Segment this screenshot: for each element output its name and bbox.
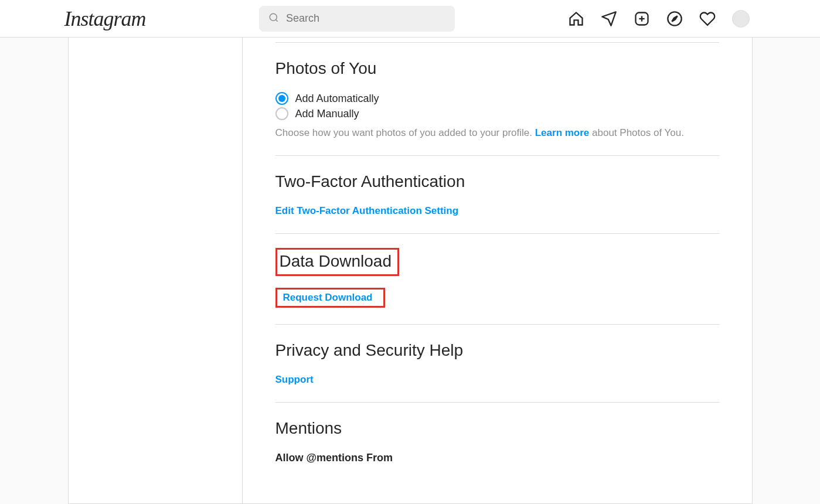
nav-icons (568, 10, 785, 28)
section-mentions: Mentions Allow @mentions From (275, 403, 719, 481)
mentions-subheading: Allow @mentions From (275, 452, 719, 464)
new-post-icon[interactable] (634, 11, 650, 27)
home-icon[interactable] (568, 11, 584, 27)
settings-container: Photos of You Add Automatically Add Manu… (68, 38, 753, 504)
radio-icon (275, 92, 288, 105)
search-box[interactable] (259, 6, 455, 32)
settings-content: Photos of You Add Automatically Add Manu… (243, 38, 752, 503)
instagram-logo[interactable]: Instagram (35, 6, 146, 31)
section-privacy-help: Privacy and Security Help Support (275, 325, 719, 403)
radio-label: Add Automatically (295, 93, 379, 105)
help-text: Choose how you want photos of you added … (275, 127, 719, 139)
edit-2fa-link[interactable]: Edit Two-Factor Authentication Setting (275, 205, 459, 216)
learn-more-link[interactable]: Learn more (535, 127, 590, 138)
section-title: Privacy and Security Help (275, 341, 719, 360)
section-data-download: Data Download Request Download (275, 234, 719, 325)
explore-icon[interactable] (666, 11, 683, 27)
request-download-link[interactable]: Request Download (283, 292, 373, 303)
search-icon (268, 12, 279, 25)
section-title: Two-Factor Authentication (275, 172, 719, 191)
svg-marker-6 (672, 16, 678, 21)
radio-icon (275, 107, 288, 120)
svg-point-0 (270, 13, 277, 21)
svg-line-1 (276, 19, 278, 21)
section-two-factor: Two-Factor Authentication Edit Two-Facto… (275, 156, 719, 234)
search-input[interactable] (286, 12, 445, 25)
radio-add-manually[interactable]: Add Manually (275, 107, 719, 120)
activity-icon[interactable] (699, 11, 716, 27)
settings-sidebar (69, 38, 243, 503)
highlight-box: Data Download (275, 248, 399, 276)
help-post: about Photos of You. (589, 127, 684, 138)
profile-avatar[interactable] (732, 10, 750, 28)
help-pre: Choose how you want photos of you added … (275, 127, 535, 138)
highlight-box: Request Download (275, 288, 385, 308)
top-header: Instagram (0, 0, 820, 38)
radio-add-automatically[interactable]: Add Automatically (275, 92, 719, 105)
support-link[interactable]: Support (275, 374, 314, 385)
messages-icon[interactable] (601, 11, 617, 27)
section-title: Data Download (277, 252, 392, 271)
section-title: Mentions (275, 419, 719, 438)
section-title: Photos of You (275, 59, 719, 78)
radio-label: Add Manually (295, 108, 359, 120)
section-photos-of-you: Photos of You Add Automatically Add Manu… (275, 42, 719, 156)
